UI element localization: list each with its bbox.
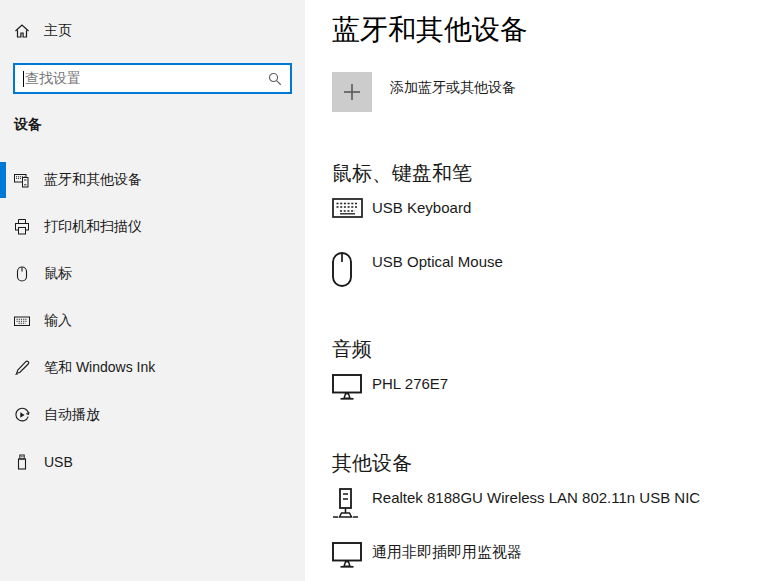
pen-icon <box>14 360 30 376</box>
sidebar-item-label: 输入 <box>44 312 72 330</box>
device-name: USB Keyboard <box>372 199 471 217</box>
sidebar-item-typing[interactable]: 输入 <box>0 301 305 341</box>
mouse-icon <box>14 266 30 282</box>
home-label: 主页 <box>44 22 72 40</box>
add-device-label: 添加蓝牙或其他设备 <box>390 79 516 112</box>
text-caret <box>23 71 24 87</box>
settings-window: 主页 查找设置 设备 蓝牙和其他设备 <box>0 0 763 581</box>
sidebar-item-label: 打印机和扫描仪 <box>44 218 142 236</box>
device-name: Realtek 8188GU Wireless LAN 802.11n USB … <box>372 489 700 507</box>
sidebar-nav: 蓝牙和其他设备 打印机和扫描仪 鼠标 <box>0 160 305 482</box>
sidebar-item-label: 鼠标 <box>44 265 72 283</box>
plus-icon <box>342 82 362 102</box>
sidebar-item-home[interactable]: 主页 <box>0 20 305 42</box>
monitor-icon <box>332 374 372 400</box>
sidebar-item-printers-scanners[interactable]: 打印机和扫描仪 <box>0 207 305 247</box>
add-device-square[interactable] <box>332 72 372 112</box>
sidebar-item-label: USB <box>44 454 73 470</box>
keyboard-icon <box>14 313 30 329</box>
printer-icon <box>14 219 30 235</box>
device-row-realtek-nic[interactable]: Realtek 8188GU Wireless LAN 802.11n USB … <box>332 488 743 528</box>
sidebar: 主页 查找设置 设备 蓝牙和其他设备 <box>0 0 305 581</box>
mouse-icon <box>332 252 372 287</box>
device-row-phl-276e7[interactable]: PHL 276E7 <box>332 374 743 414</box>
sidebar-item-label: 蓝牙和其他设备 <box>44 171 142 189</box>
autoplay-icon <box>14 407 30 423</box>
sidebar-section-header: 设备 <box>14 116 291 134</box>
sidebar-item-bluetooth-devices[interactable]: 蓝牙和其他设备 <box>0 160 305 200</box>
device-row-usb-optical-mouse[interactable]: USB Optical Mouse <box>332 252 743 292</box>
device-name: PHL 276E7 <box>372 375 448 393</box>
page-title: 蓝牙和其他设备 <box>332 12 743 48</box>
search-input[interactable]: 查找设置 <box>13 63 292 94</box>
section-header: 其他设备 <box>332 450 743 476</box>
keyboard-icon <box>332 198 372 218</box>
device-row-usb-keyboard[interactable]: USB Keyboard <box>332 198 743 238</box>
device-name: 通用非即插即用监视器 <box>372 543 522 561</box>
section-other-devices: 其他设备 Realtek 8188GU Wireless LAN 802.11n… <box>332 450 743 581</box>
devices-icon <box>14 172 30 188</box>
add-device-button[interactable]: 添加蓝牙或其他设备 <box>332 72 516 112</box>
section-header: 音频 <box>332 336 743 362</box>
sidebar-item-mouse[interactable]: 鼠标 <box>0 254 305 294</box>
sidebar-item-pen-windows-ink[interactable]: 笔和 Windows Ink <box>0 348 305 388</box>
usb-icon <box>14 454 30 470</box>
monitor-icon <box>332 542 372 568</box>
home-icon <box>14 23 30 39</box>
sidebar-item-autoplay[interactable]: 自动播放 <box>0 395 305 435</box>
section-audio: 音频 PHL 276E7 <box>332 336 743 414</box>
sidebar-item-label: 笔和 Windows Ink <box>44 359 155 377</box>
search-icon[interactable] <box>268 72 282 86</box>
section-header: 鼠标、键盘和笔 <box>332 160 743 186</box>
sidebar-item-usb[interactable]: USB <box>0 442 305 482</box>
network-adapter-icon <box>332 488 372 523</box>
device-name: USB Optical Mouse <box>372 253 503 271</box>
search-placeholder: 查找设置 <box>25 70 268 88</box>
device-row-generic-monitor[interactable]: 通用非即插即用监视器 <box>332 542 743 581</box>
section-mouse-keyboard-pen: 鼠标、键盘和笔 USB Keyboard <box>332 160 743 292</box>
sidebar-item-label: 自动播放 <box>44 406 100 424</box>
main-content: 蓝牙和其他设备 添加蓝牙或其他设备 鼠标、键盘和笔 <box>305 0 763 581</box>
